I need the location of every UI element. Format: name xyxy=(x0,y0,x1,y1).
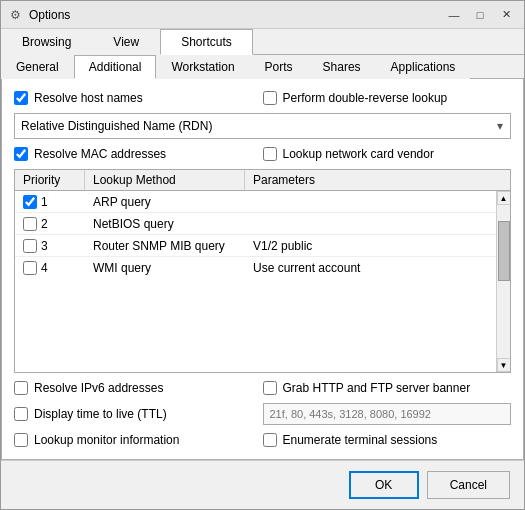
table-body: 1 ARP query 2 xyxy=(15,191,496,372)
resolve-host-label[interactable]: Resolve host names xyxy=(34,91,143,105)
td-params-3: V1/2 public xyxy=(245,237,496,255)
top-tab-row: Browsing View Shortcuts xyxy=(1,29,524,55)
row3-params: V1/2 public xyxy=(253,239,312,253)
th-priority: Priority xyxy=(15,170,85,190)
row4-params: Use current account xyxy=(253,261,360,275)
td-params-2 xyxy=(245,222,496,226)
tab-ports[interactable]: Ports xyxy=(250,55,308,79)
display-ttl-row: Display time to live (TTL) xyxy=(14,407,263,421)
tab-applications[interactable]: Applications xyxy=(376,55,471,79)
row-mac: Resolve MAC addresses Lookup network car… xyxy=(14,147,511,161)
grab-http-label[interactable]: Grab HTTP and FTP server banner xyxy=(283,381,471,395)
tab-shortcuts[interactable]: Shortcuts xyxy=(160,29,253,55)
th-method: Lookup Method xyxy=(85,170,245,190)
lookup-monitor-label[interactable]: Lookup monitor information xyxy=(34,433,179,447)
scroll-up-btn[interactable]: ▲ xyxy=(497,191,511,205)
row1-checkbox[interactable] xyxy=(23,195,37,209)
network-card-checkbox[interactable] xyxy=(263,147,277,161)
row-ttl: Display time to live (TTL) xyxy=(14,403,511,425)
main-content: Resolve host names Perform double-revers… xyxy=(1,79,524,460)
row-ipv6-http: Resolve IPv6 addresses Grab HTTP and FTP… xyxy=(14,381,511,395)
double-reverse-row: Perform double-reverse lookup xyxy=(263,91,512,105)
table-row: 4 WMI query Use current account xyxy=(15,257,496,279)
display-ttl-label[interactable]: Display time to live (TTL) xyxy=(34,407,167,421)
resolve-host-row: Resolve host names xyxy=(14,91,263,105)
rdn-dropdown-wrapper: Relative Distinguished Name (RDN) Distin… xyxy=(14,113,511,139)
bottom-tab-row: General Additional Workstation Ports Sha… xyxy=(1,55,524,79)
row2-method: NetBIOS query xyxy=(93,217,174,231)
row4-method: WMI query xyxy=(93,261,151,275)
row4-num: 4 xyxy=(41,261,48,275)
cancel-button[interactable]: Cancel xyxy=(427,471,510,499)
options-window: ⚙ Options — □ ✕ Browsing View Shortcuts … xyxy=(0,0,525,510)
lookup-table: Priority Lookup Method Parameters 1 ARP … xyxy=(14,169,511,373)
resolve-ipv6-checkbox[interactable] xyxy=(14,381,28,395)
row4-checkbox[interactable] xyxy=(23,261,37,275)
grab-http-row: Grab HTTP and FTP server banner xyxy=(263,381,512,395)
td-priority-1: 1 xyxy=(15,193,85,211)
table-row: 3 Router SNMP MIB query V1/2 public xyxy=(15,235,496,257)
row3-method: Router SNMP MIB query xyxy=(93,239,225,253)
network-card-row: Lookup network card vendor xyxy=(263,147,512,161)
row3-checkbox[interactable] xyxy=(23,239,37,253)
tab-additional[interactable]: Additional xyxy=(74,55,157,79)
table-row: 1 ARP query xyxy=(15,191,496,213)
scroll-down-btn[interactable]: ▼ xyxy=(497,358,511,372)
table-header: Priority Lookup Method Parameters xyxy=(15,170,510,191)
resolve-host-checkbox[interactable] xyxy=(14,91,28,105)
row2-checkbox[interactable] xyxy=(23,217,37,231)
enumerate-terminal-row: Enumerate terminal sessions xyxy=(263,433,512,447)
scroll-thumb[interactable] xyxy=(498,221,510,281)
resolve-mac-checkbox[interactable] xyxy=(14,147,28,161)
td-method-3: Router SNMP MIB query xyxy=(85,237,245,255)
row-host-names: Resolve host names Perform double-revers… xyxy=(14,91,511,105)
row1-num: 1 xyxy=(41,195,48,209)
title-bar-controls: — □ ✕ xyxy=(442,5,518,25)
ttl-input[interactable] xyxy=(263,403,512,425)
resolve-ipv6-label[interactable]: Resolve IPv6 addresses xyxy=(34,381,163,395)
tab-general[interactable]: General xyxy=(1,55,74,79)
row2-num: 2 xyxy=(41,217,48,231)
resolve-ipv6-row: Resolve IPv6 addresses xyxy=(14,381,263,395)
td-method-4: WMI query xyxy=(85,259,245,277)
resolve-mac-label[interactable]: Resolve MAC addresses xyxy=(34,147,166,161)
window-title: Options xyxy=(29,8,442,22)
double-reverse-label[interactable]: Perform double-reverse lookup xyxy=(283,91,448,105)
td-params-1 xyxy=(245,200,496,204)
footer: OK Cancel xyxy=(1,460,524,509)
tab-view[interactable]: View xyxy=(92,29,160,55)
table-body-wrapper: 1 ARP query 2 xyxy=(15,191,510,372)
enumerate-terminal-checkbox[interactable] xyxy=(263,433,277,447)
title-bar: ⚙ Options — □ ✕ xyxy=(1,1,524,29)
td-priority-3: 3 xyxy=(15,237,85,255)
close-button[interactable]: ✕ xyxy=(494,5,518,25)
window-icon: ⚙ xyxy=(7,7,23,23)
display-ttl-checkbox[interactable] xyxy=(14,407,28,421)
minimize-button[interactable]: — xyxy=(442,5,466,25)
maximize-button[interactable]: □ xyxy=(468,5,492,25)
ok-button[interactable]: OK xyxy=(349,471,419,499)
tab-browsing[interactable]: Browsing xyxy=(1,29,92,55)
td-priority-2: 2 xyxy=(15,215,85,233)
row1-method: ARP query xyxy=(93,195,151,209)
lookup-monitor-row: Lookup monitor information xyxy=(14,433,263,447)
td-priority-4: 4 xyxy=(15,259,85,277)
tab-workstation[interactable]: Workstation xyxy=(156,55,249,79)
grab-http-checkbox[interactable] xyxy=(263,381,277,395)
row3-num: 3 xyxy=(41,239,48,253)
lookup-monitor-checkbox[interactable] xyxy=(14,433,28,447)
row-monitor-terminal: Lookup monitor information Enumerate ter… xyxy=(14,433,511,447)
th-params: Parameters xyxy=(245,170,510,190)
tab-shares[interactable]: Shares xyxy=(308,55,376,79)
td-params-4: Use current account xyxy=(245,259,496,277)
table-row: 2 NetBIOS query xyxy=(15,213,496,235)
enumerate-terminal-label[interactable]: Enumerate terminal sessions xyxy=(283,433,438,447)
rdn-dropdown[interactable]: Relative Distinguished Name (RDN) Distin… xyxy=(14,113,511,139)
td-method-1: ARP query xyxy=(85,193,245,211)
resolve-mac-row: Resolve MAC addresses xyxy=(14,147,263,161)
table-scrollbar[interactable]: ▲ ▼ xyxy=(496,191,510,372)
double-reverse-checkbox[interactable] xyxy=(263,91,277,105)
td-method-2: NetBIOS query xyxy=(85,215,245,233)
network-card-label[interactable]: Lookup network card vendor xyxy=(283,147,434,161)
